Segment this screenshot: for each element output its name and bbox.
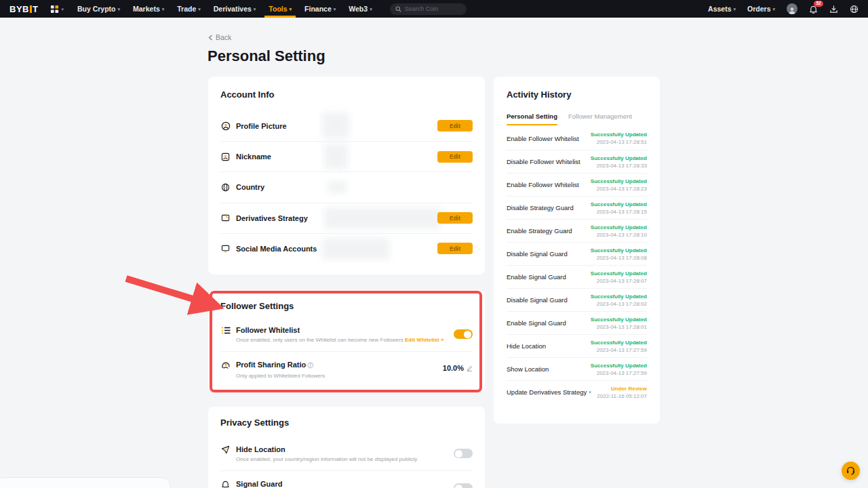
profit-sharing-subtitle: Only applied to Whitelisted Followers — [236, 373, 325, 379]
bybit-logo[interactable]: BYBT — [9, 4, 38, 14]
chevron-down-icon: ▾ — [198, 7, 201, 12]
nav-finance[interactable]: Finance▾ — [304, 0, 336, 18]
activity-row: Enable Follower Whitelist Successfully U… — [507, 173, 647, 196]
assets-menu[interactable]: Assets▾ — [708, 5, 736, 13]
row-derivatives-strategy: Derivatives Strategy Edit — [220, 203, 473, 233]
row-nickname: Nickname Edit — [220, 141, 473, 171]
activity-history-title: Activity History — [507, 89, 647, 100]
follower-settings-card: Follower Settings Follower Whitelist Onc… — [208, 290, 485, 392]
signal-guard-bell-icon — [220, 480, 231, 488]
account-info-title: Account Info — [220, 89, 473, 100]
orders-menu[interactable]: Orders▾ — [747, 5, 775, 13]
derivatives-strategy-icon — [220, 214, 231, 222]
privacy-settings-card: Privacy Settings Hide Location Once enab… — [208, 407, 485, 488]
main-nav: Buy Crypto▾ Markets▾ Trade▾ Derivatives▾… — [77, 0, 372, 18]
row-hide-location: Hide Location Once enabled, your country… — [220, 436, 473, 470]
hide-location-subtitle: Once enabled, your country/region inform… — [236, 456, 417, 462]
back-link[interactable]: Back — [208, 33, 231, 41]
edit-social-media-button[interactable]: Edit — [437, 243, 473, 254]
chevron-down-icon: ▾ — [162, 7, 165, 12]
back-label: Back — [216, 33, 231, 41]
edit-whitelist-link[interactable]: Edit Whitelist + — [405, 337, 444, 343]
profit-sharing-value: 10.0% — [443, 364, 473, 372]
row-follower-whitelist: Follower Whitelist Once enabled, only us… — [220, 317, 473, 351]
activity-row: Hide Location Successfully Updated2023-0… — [507, 334, 647, 357]
activity-row-under-review: Update Derivatives Strategy▾ Under Revie… — [507, 380, 647, 403]
chevron-left-icon — [208, 35, 213, 41]
search-icon — [395, 6, 401, 12]
activity-row: Enable Strategy Guard Successfully Updat… — [507, 219, 647, 242]
follower-whitelist-subtitle: Once enabled, only users on the Whitelis… — [236, 337, 444, 343]
chevron-down-icon: ▾ — [772, 7, 775, 12]
row-signal-guard: Signal Guard Once enabled, Followers can… — [220, 470, 473, 488]
language-globe-icon[interactable] — [850, 5, 859, 14]
notifications-bell-icon[interactable]: 52 — [809, 5, 818, 14]
chat-widget-stub[interactable] — [0, 477, 171, 488]
edit-nickname-button[interactable]: Edit — [437, 151, 473, 163]
download-app-icon[interactable] — [829, 5, 838, 14]
toggle-knob — [455, 450, 462, 458]
support-chat-button[interactable] — [842, 462, 860, 480]
activity-tabs: Personal Setting Follower Management — [507, 113, 647, 125]
activity-row: Disable Signal Guard Successfully Update… — [507, 288, 647, 311]
top-nav-bar: BYBT ▾ Buy Crypto▾ Markets▾ Trade▾ Deriv… — [0, 0, 868, 18]
header-right: Assets▾ Orders▾ 52 — [708, 3, 859, 14]
redacted-country — [328, 181, 347, 193]
edit-pencil-icon[interactable] — [467, 365, 473, 371]
chevron-down-icon: ▾ — [370, 7, 372, 12]
row-profile-picture: Profile Picture Edit — [220, 110, 473, 141]
logo-accent-bar — [30, 5, 32, 13]
chevron-down-icon: ▾ — [61, 7, 64, 12]
edit-profile-picture-button[interactable]: Edit — [437, 120, 473, 131]
chevron-down-icon: ▾ — [290, 7, 292, 12]
hide-location-icon — [220, 445, 231, 454]
follower-settings-title: Follower Settings — [220, 301, 473, 311]
profile-picture-icon — [220, 121, 231, 131]
redacted-strategy-text — [324, 207, 441, 229]
search-input[interactable] — [405, 5, 459, 12]
tab-follower-management[interactable]: Follower Management — [568, 113, 632, 125]
privacy-settings-title: Privacy Settings — [220, 418, 473, 428]
nav-trade[interactable]: Trade▾ — [177, 0, 201, 18]
redacted-nickname — [324, 144, 348, 169]
logo-text: BYB — [9, 4, 29, 14]
activity-row: Enable Signal Guard Successfully Updated… — [507, 265, 647, 288]
activity-row: Disable Signal Guard Successfully Update… — [507, 242, 647, 265]
nav-tools[interactable]: Tools▾ — [269, 0, 292, 18]
coin-search-box[interactable] — [390, 3, 467, 15]
activity-history-card: Activity History Personal Setting Follow… — [494, 77, 660, 424]
chevron-down-icon: ▾ — [118, 7, 121, 12]
headset-icon — [846, 466, 856, 476]
activity-row: Disable Strategy Guard Successfully Upda… — [507, 196, 647, 219]
apps-grid-icon[interactable]: ▾ — [50, 5, 64, 14]
profit-sharing-icon — [220, 361, 231, 370]
tab-personal-setting[interactable]: Personal Setting — [507, 113, 557, 125]
row-country: Country — [220, 171, 473, 202]
nav-derivatives[interactable]: Derivatives▾ — [214, 0, 256, 18]
toggle-knob — [464, 331, 471, 338]
nav-web3[interactable]: Web3▾ — [349, 0, 372, 18]
logo-text-2: T — [33, 4, 38, 14]
activity-row: Enable Signal Guard Successfully Updated… — [507, 311, 647, 334]
signal-guard-toggle[interactable] — [454, 483, 473, 488]
activity-row: Disable Follower Whitelist Successfully … — [507, 150, 647, 173]
nav-markets[interactable]: Markets▾ — [133, 0, 164, 18]
follower-whitelist-icon — [220, 326, 231, 335]
hide-location-toggle[interactable] — [454, 449, 473, 458]
redacted-profile-image — [322, 113, 349, 138]
edit-derivatives-strategy-button[interactable]: Edit — [437, 212, 473, 224]
account-info-card: Account Info Profile Picture Edit Nickna… — [208, 77, 485, 274]
chevron-down-icon: ▾ — [734, 7, 736, 12]
nickname-icon — [220, 152, 231, 161]
redacted-social-links — [322, 238, 390, 260]
activity-row: Show Location Successfully Updated2023-0… — [507, 357, 647, 380]
social-media-icon — [220, 244, 231, 253]
row-profit-sharing-ratio: Profit Sharing Ratioⓘ Only applied to Wh… — [220, 351, 473, 387]
nav-buy-crypto[interactable]: Buy Crypto▾ — [77, 0, 120, 18]
follower-whitelist-toggle[interactable] — [454, 329, 473, 339]
info-icon[interactable]: ⓘ — [307, 362, 313, 369]
chevron-down-icon: ▾ — [254, 7, 256, 12]
chevron-down-icon: ▾ — [334, 7, 336, 12]
toggle-knob — [455, 485, 462, 488]
profile-avatar[interactable] — [787, 3, 797, 14]
